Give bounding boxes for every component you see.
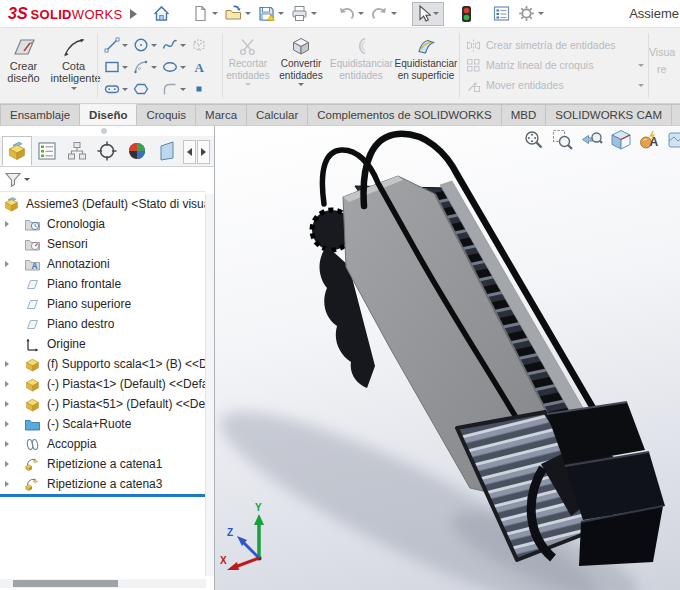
expand-arrow-icon[interactable]: [0, 261, 14, 267]
slot-tool-button[interactable]: [104, 81, 133, 97]
dropdown-caret-icon[interactable]: [151, 66, 157, 69]
zoom-area-button[interactable]: [552, 129, 574, 155]
dropdown-caret-icon[interactable]: [24, 178, 30, 181]
dropdown-caret-icon[interactable]: [298, 83, 304, 86]
tree-item-chain-pattern-3[interactable]: Ripetizione a catena3: [0, 474, 215, 494]
tab-calcular[interactable]: Calcular: [247, 104, 308, 126]
panel-tab-scroll-left[interactable]: [183, 140, 196, 164]
tab-marca[interactable]: Marca: [196, 104, 247, 126]
tab-croquis[interactable]: Croquis: [137, 104, 196, 126]
panel-splitter-handle[interactable]: [101, 128, 107, 134]
viewport-3d[interactable]: A Y Z X: [215, 126, 680, 590]
tab-diseno[interactable]: Diseño: [80, 104, 137, 126]
rectangle-tool-button[interactable]: [104, 59, 133, 75]
panel-tab-scroll-right[interactable]: [197, 140, 210, 164]
tab-ensamblaje[interactable]: Ensamblaje: [0, 104, 80, 126]
tree-item-chain-pattern-1[interactable]: Ripetizione a catena1: [0, 454, 215, 474]
scrollbar-thumb[interactable]: [13, 580, 118, 587]
dropdown-caret-icon[interactable]: [71, 87, 77, 90]
circle-tool-button[interactable]: [133, 37, 162, 53]
mirror-entities-button[interactable]: Crear simetría de entidades: [466, 35, 644, 55]
previous-view-button[interactable]: [581, 129, 603, 155]
dropdown-caret-icon[interactable]: [311, 12, 317, 15]
create-sketch-button[interactable]: Crear diseño: [1, 34, 47, 103]
dropdown-caret-icon[interactable]: [433, 12, 439, 15]
home-button[interactable]: [149, 2, 174, 25]
expand-arrow-icon[interactable]: [0, 381, 14, 387]
tree-item-right-plane[interactable]: Piano destro: [0, 314, 215, 334]
dropdown-caret-icon[interactable]: [180, 88, 186, 91]
convert-entities-button[interactable]: Convertir entidades: [273, 34, 329, 103]
tree-item-root[interactable]: Assieme3 (Default) <Stato di visualizza: [0, 194, 215, 214]
point-tool-button[interactable]: [191, 81, 220, 97]
dropdown-caret-icon[interactable]: [151, 44, 157, 47]
offset-on-surface-button[interactable]: Equidistanciar en superficie: [393, 34, 459, 103]
tab-mbd[interactable]: MBD: [502, 104, 547, 126]
file-properties-button[interactable]: [489, 2, 514, 25]
tree-item-history[interactable]: Cronologia: [0, 214, 215, 234]
expand-arrow-icon[interactable]: [0, 221, 14, 227]
expand-arrow-icon[interactable]: [0, 461, 14, 467]
dropdown-caret-icon[interactable]: [278, 12, 284, 15]
dropdown-caret-icon[interactable]: [180, 66, 186, 69]
scene-button[interactable]: [668, 129, 680, 155]
select-tool-button[interactable]: [412, 2, 444, 26]
tree-filter[interactable]: [0, 168, 205, 192]
fillet-tool-button[interactable]: [162, 81, 191, 97]
tree-item-mates[interactable]: Accoppia: [0, 434, 215, 454]
tab-display-manager[interactable]: [122, 136, 152, 166]
tree-item-piasta-1[interactable]: (-) Piasta<1> (Default) <<Default>: [0, 374, 215, 394]
print-button[interactable]: [287, 2, 320, 25]
expand-arrow-icon[interactable]: [0, 361, 14, 367]
tree-item-piasta-51[interactable]: (-) Piasta<51> (Default) <<Default: [0, 394, 215, 414]
tab-dimxpert-manager[interactable]: [92, 136, 122, 166]
line-tool-button[interactable]: [104, 37, 133, 53]
smart-dimension-button[interactable]: Cota inteligente: [51, 34, 97, 103]
dropdown-caret-icon[interactable]: [538, 12, 544, 15]
rebuild-button[interactable]: [458, 3, 475, 25]
tree-item-front-plane[interactable]: Piano frontale: [0, 274, 215, 294]
dropdown-caret-icon[interactable]: [122, 66, 128, 69]
linear-pattern-button[interactable]: Matriz lineal de croquis: [466, 55, 644, 75]
dropdown-caret-icon[interactable]: [180, 44, 186, 47]
tree-vertical-scrollbar[interactable]: [205, 194, 214, 576]
zoom-fit-button[interactable]: [523, 129, 545, 155]
appearance-button[interactable]: A: [639, 129, 661, 155]
expand-arrow-icon[interactable]: [0, 441, 14, 447]
redo-button[interactable]: [367, 2, 400, 25]
ellipse-tool-button[interactable]: [162, 59, 191, 75]
rollback-bar[interactable]: [0, 494, 212, 497]
dropdown-caret-icon[interactable]: [212, 12, 218, 15]
dropdown-caret-icon[interactable]: [245, 83, 251, 86]
tree-item-scala-ruote[interactable]: (-) Scala+Ruote: [0, 414, 215, 434]
dropdown-caret-icon[interactable]: [638, 64, 644, 67]
menu-expand-arrow-icon[interactable]: [130, 9, 137, 19]
tab-solidworks-inspection[interactable]: SOLIDWORKS In: [672, 104, 680, 126]
sketch-text-button[interactable]: A: [191, 59, 220, 75]
dropdown-caret-icon[interactable]: [358, 12, 364, 15]
expand-arrow-icon[interactable]: [0, 421, 14, 427]
expand-arrow-icon[interactable]: [0, 481, 14, 487]
tab-property-manager[interactable]: [32, 136, 62, 166]
trim-entities-button[interactable]: Recortar entidades: [223, 34, 273, 103]
tree-item-sensors[interactable]: Sensori: [0, 234, 215, 254]
undo-button[interactable]: [334, 2, 367, 25]
dropdown-caret-icon[interactable]: [638, 84, 644, 87]
dropdown-caret-icon[interactable]: [122, 44, 128, 47]
tab-hidden-partial[interactable]: [152, 136, 182, 166]
mesh-sketch-button[interactable]: [191, 37, 220, 53]
tree-item-top-plane[interactable]: Piano superiore: [0, 294, 215, 314]
options-button[interactable]: [514, 2, 547, 25]
dropdown-caret-icon[interactable]: [122, 88, 128, 91]
spline-tool-button[interactable]: [162, 37, 191, 53]
tab-complementos[interactable]: Complementos de SOLIDWORKS: [308, 104, 501, 126]
section-view-button[interactable]: [610, 129, 632, 155]
open-button[interactable]: [221, 2, 254, 25]
move-entities-button[interactable]: Mover entidades: [466, 75, 644, 95]
tab-configuration-manager[interactable]: [62, 136, 92, 166]
dropdown-caret-icon[interactable]: [391, 12, 397, 15]
tab-solidworks-cam[interactable]: SOLIDWORKS CAM: [546, 104, 672, 126]
save-button[interactable]: [254, 2, 287, 25]
tree-item-origin[interactable]: Origine: [0, 334, 215, 354]
new-document-button[interactable]: [188, 2, 221, 25]
